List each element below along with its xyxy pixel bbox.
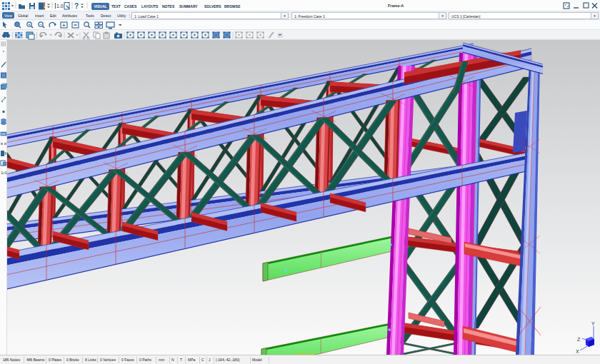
svg-text:123: 123 — [1, 171, 7, 175]
svg-text:Z: Z — [577, 337, 581, 342]
svg-text:1.0: 1.0 — [56, 4, 64, 9]
svg-text:Y: Y — [591, 321, 595, 326]
svg-text:+: + — [62, 23, 65, 28]
svg-text:?: ? — [74, 2, 79, 10]
svg-text:+: + — [28, 22, 31, 26]
svg-text:X: X — [576, 349, 579, 354]
